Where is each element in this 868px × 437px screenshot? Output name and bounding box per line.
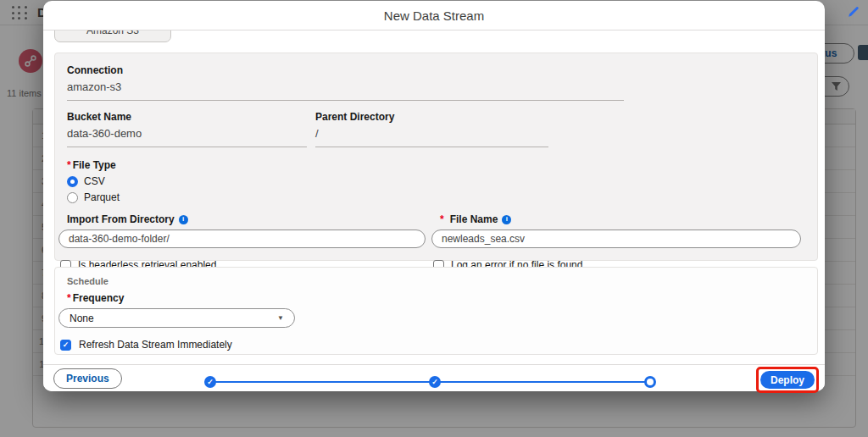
import-directory-value: data-360-demo-folder/ <box>69 233 170 245</box>
edit-pencil-icon[interactable] <box>847 5 860 19</box>
frequency-select[interactable]: None ▼ <box>58 308 295 328</box>
schedule-panel: Schedule * Frequency None ▼ ✓ Refresh Da… <box>54 267 818 355</box>
modal-title: New Data Stream <box>384 8 484 23</box>
checkbox-checked[interactable]: ✓ <box>60 340 71 351</box>
progress-line-1 <box>213 381 431 383</box>
new-data-stream-modal: New Data Stream Amazon S3 Connection ama… <box>43 1 825 391</box>
deploy-button[interactable]: Deploy <box>760 371 815 389</box>
chevron-down-icon: ▼ <box>277 314 284 322</box>
connection-value: amazon-s3 <box>67 80 624 93</box>
source-chip[interactable]: Amazon S3 <box>54 30 171 42</box>
bucket-name-label: Bucket Name <box>67 111 307 123</box>
progress-step-3-current-icon <box>644 376 656 388</box>
required-asterisk: * <box>67 159 71 171</box>
progress-line-2 <box>438 381 648 383</box>
radio-label-parquet: Parquet <box>84 191 120 203</box>
modal-header: New Data Stream <box>43 1 825 30</box>
radio-unselected[interactable] <box>67 192 78 203</box>
file-type-label: *File Type <box>67 159 805 171</box>
required-asterisk: * <box>67 292 71 304</box>
file-type-option-parquet[interactable]: Parquet <box>67 191 805 203</box>
deploy-highlight-box: Deploy <box>756 367 819 393</box>
deploy-button-label: Deploy <box>771 374 804 386</box>
previous-button-label: Previous <box>66 373 109 384</box>
previous-button[interactable]: Previous <box>53 368 122 389</box>
file-name-group: * File Name i newleads_sea.csv <box>431 213 801 248</box>
frequency-selected-value: None <box>70 313 94 324</box>
source-chip-clipped: Amazon S3 <box>54 30 171 43</box>
parent-directory-label: Parent Directory <box>315 111 548 123</box>
refresh-checkbox-item[interactable]: ✓ Refresh Data Stream Immediately <box>60 339 805 351</box>
parent-directory-value: / <box>315 127 548 140</box>
bucket-name-field: Bucket Name data-360-demo <box>67 111 307 147</box>
radio-selected[interactable] <box>67 176 78 187</box>
connection-field: Connection amazon-s3 <box>67 64 624 101</box>
import-directory-input[interactable]: data-360-demo-folder/ <box>58 230 426 248</box>
radio-label-csv: CSV <box>84 175 105 187</box>
refresh-checkbox-label: Refresh Data Stream Immediately <box>79 339 232 351</box>
import-directory-group: Import From Directory i data-360-demo-fo… <box>58 213 426 248</box>
file-name-input[interactable]: newleads_sea.csv <box>431 230 801 248</box>
info-icon[interactable]: i <box>179 215 188 224</box>
file-type-option-csv[interactable]: CSV <box>67 175 805 187</box>
parent-directory-field: Parent Directory / <box>315 111 548 147</box>
file-name-value: newleads_sea.csv <box>442 233 525 245</box>
file-name-label: * File Name i <box>440 213 801 225</box>
schedule-heading: Schedule <box>67 276 805 286</box>
frequency-label: * Frequency <box>67 292 805 304</box>
modal-footer: Previous ✓ ✓ Deploy <box>43 364 825 391</box>
connection-details-panel: Connection amazon-s3 Bucket Name data-36… <box>54 53 818 261</box>
connection-label: Connection <box>67 64 624 76</box>
required-asterisk: * <box>440 213 444 225</box>
info-icon[interactable]: i <box>502 215 511 224</box>
progress-step-1-complete-icon: ✓ <box>204 376 216 388</box>
progress-step-2-complete-icon: ✓ <box>429 376 441 388</box>
bucket-name-value: data-360-demo <box>67 127 307 140</box>
source-chip-label: Amazon S3 <box>86 30 139 36</box>
import-directory-label: Import From Directory i <box>67 213 426 225</box>
